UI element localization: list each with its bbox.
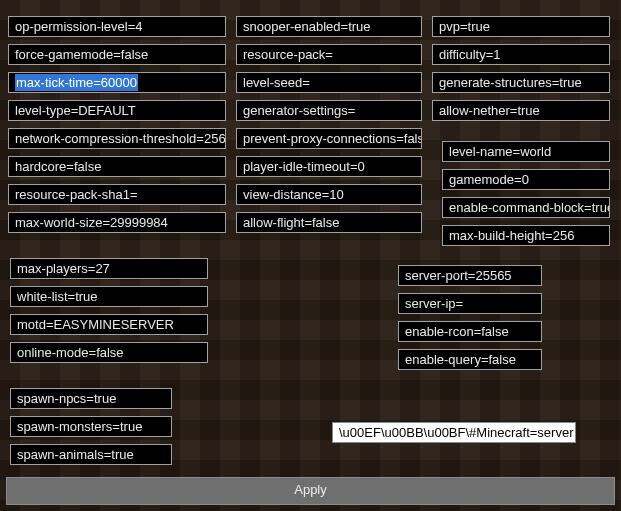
field-spawn-npcs[interactable]: spawn-npcs=true bbox=[10, 388, 172, 409]
field-network-compression-threshold[interactable]: network-compression-threshold=256 bbox=[8, 128, 226, 149]
field-player-idle-timeout[interactable]: player-idle-timeout=0 bbox=[236, 156, 422, 177]
field-spawn-animals[interactable]: spawn-animals=true bbox=[10, 444, 172, 465]
field-snooper-enabled[interactable]: snooper-enabled=true bbox=[236, 16, 422, 37]
apply-button[interactable]: Apply bbox=[6, 477, 615, 505]
field-generator-settings[interactable]: generator-settings= bbox=[236, 100, 422, 121]
field-raw-header[interactable]: \u00EF\u00BB\u00BF\#Minecraft=server prc bbox=[332, 422, 576, 443]
field-op-permission-level[interactable]: op-permission-level=4 bbox=[8, 16, 226, 37]
field-force-gamemode[interactable]: force-gamemode=false bbox=[8, 44, 226, 65]
field-hardcore[interactable]: hardcore=false bbox=[8, 156, 226, 177]
field-online-mode[interactable]: online-mode=false bbox=[10, 342, 208, 363]
field-allow-nether[interactable]: allow-nether=true bbox=[432, 100, 610, 121]
field-resource-pack[interactable]: resource-pack= bbox=[236, 44, 422, 65]
field-level-name[interactable]: level-name=world bbox=[442, 141, 610, 162]
field-level-type[interactable]: level-type=DEFAULT bbox=[8, 100, 226, 121]
field-difficulty[interactable]: difficulty=1 bbox=[432, 44, 610, 65]
field-pvp[interactable]: pvp=true bbox=[432, 16, 610, 37]
field-motd[interactable]: motd=EASYMINESERVER bbox=[10, 314, 208, 335]
field-server-port[interactable]: server-port=25565 bbox=[398, 265, 542, 286]
field-enable-command-block[interactable]: enable-command-block=true bbox=[442, 197, 610, 218]
field-resource-pack-sha1[interactable]: resource-pack-sha1= bbox=[8, 184, 226, 205]
field-max-tick-time[interactable]: max-tick-time=60000 bbox=[8, 72, 226, 93]
field-white-list[interactable]: white-list=true bbox=[10, 286, 208, 307]
field-server-ip[interactable]: server-ip= bbox=[398, 293, 542, 314]
field-prevent-proxy-connections[interactable]: prevent-proxy-connections=fals bbox=[236, 128, 422, 149]
field-view-distance[interactable]: view-distance=10 bbox=[236, 184, 422, 205]
field-max-world-size[interactable]: max-world-size=29999984 bbox=[8, 212, 226, 233]
field-gamemode[interactable]: gamemode=0 bbox=[442, 169, 610, 190]
field-allow-flight[interactable]: allow-flight=false bbox=[236, 212, 422, 233]
field-max-players[interactable]: max-players=27 bbox=[10, 258, 208, 279]
field-level-seed[interactable]: level-seed= bbox=[236, 72, 422, 93]
field-max-build-height[interactable]: max-build-height=256 bbox=[442, 225, 610, 246]
field-enable-query[interactable]: enable-query=false bbox=[398, 349, 542, 370]
field-generate-structures[interactable]: generate-structures=true bbox=[432, 72, 610, 93]
field-spawn-monsters[interactable]: spawn-monsters=true bbox=[10, 416, 172, 437]
field-enable-rcon[interactable]: enable-rcon=false bbox=[398, 321, 542, 342]
